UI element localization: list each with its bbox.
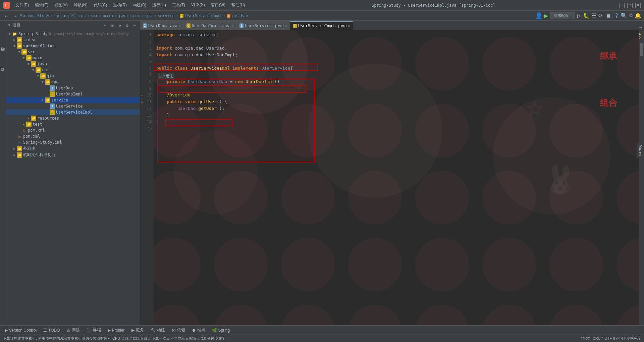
tree-item-pom-root[interactable]: m pom.xml [6,133,140,139]
tree-item-com[interactable]: ▼ 📁 com [6,67,140,73]
tree-item-module[interactable]: ▼ 📁 spring-01-ioc [6,43,140,49]
bottom-tab-build[interactable]: 🔨 构建 [148,326,168,334]
tree-item-spring-study[interactable]: ▼ 📁 Spring-Study D:\project\idea project… [6,31,140,37]
run-play-icon[interactable]: ▷ [577,12,581,19]
menu-file[interactable]: 文件(E) [13,1,32,9]
tree-item-external[interactable]: ▶ 📁 外部库 [6,145,140,152]
breadcrumb-spring-study[interactable]: Spring-Study [20,13,49,18]
tree-item-service[interactable]: ▼ 📁 service [6,97,140,103]
profile-icon[interactable]: 👤 [535,12,542,19]
run-icon[interactable]: ▶ [544,12,548,19]
tab-more-icon[interactable]: ⋯ [639,25,642,30]
tree-item-test[interactable]: ▶ 📁 test [6,121,140,127]
panel-list-icon[interactable]: ≡ [109,22,116,29]
breadcrumb-service[interactable]: service [158,13,175,18]
tree-item-src[interactable]: ▼ 📁 src [6,49,140,55]
settings-icon[interactable]: ⚙ [629,12,633,19]
bottom-tab-dependencies[interactable]: ⋈ 依赖 [169,326,188,334]
panel-sync-icon[interactable]: ⇄ [116,22,123,29]
tree-item-java[interactable]: ▼ 📁 java [6,61,140,67]
breadcrumb-method[interactable]: getUser [232,13,249,18]
panel-minimize-icon[interactable]: ─ [131,22,138,29]
panel-settings-icon[interactable]: ⚙ [124,22,130,29]
code-editor[interactable]: 1个用法 package com.qia.service; import com… [154,30,639,325]
code-line-6[interactable]: public class UserServiceImpl implements … [154,65,639,72]
code-line-12[interactable]: userDao.getUser(); [154,105,639,112]
tree-item-resources[interactable]: ▶ 📁 resources [6,115,140,121]
search-icon[interactable]: 🔍 [621,12,627,19]
close-button[interactable]: ✕ [635,3,641,8]
profile-run-icon[interactable]: ⟳ [598,12,603,19]
bottom-tab-versioncontrol[interactable]: ▶ Version Control [2,327,39,334]
bottom-tab-profiler[interactable]: ▶ Profiler [105,327,127,334]
code-line-1[interactable]: package com.qia.service; [154,31,639,38]
bottom-tab-problems[interactable]: ⚠ 问题 [64,326,83,334]
breadcrumb-main[interactable]: main [103,13,113,18]
menu-refactor[interactable]: 重构(R) [110,1,129,9]
tab-close-userdao[interactable]: × [179,24,181,27]
panel-expand-icon[interactable]: ▼ [8,23,10,27]
menu-code[interactable]: 代码(C) [91,1,110,9]
breadcrumb-class[interactable]: UserServiceImpl [185,13,221,18]
tab-userserviceimpl[interactable]: C UserServiceImpl.java × [290,21,353,30]
tree-item-main[interactable]: ▼ 📁 main [6,55,140,61]
code-line-5[interactable] [154,58,639,65]
minimize-button[interactable]: ─ [619,3,625,8]
debug-icon[interactable]: 🐛 [583,12,590,19]
coverage-icon[interactable]: ☰ [592,12,596,19]
breadcrumb-src[interactable]: src [91,13,98,18]
back-icon[interactable]: ← [3,12,10,19]
bottom-tab-services[interactable]: ▶ 服务 [129,326,147,334]
code-line-8[interactable]: private UserDao userDao = new UserDaoImp… [154,78,639,85]
tree-item-dao[interactable]: ▼ 📁 dao [6,79,140,85]
bottom-tab-terminal[interactable]: ⬛ 终端 [84,326,104,334]
menu-build[interactable]: 构建(B) [130,1,149,9]
tree-item-iml[interactable]: ≡ Spring-Study.iml [6,139,140,145]
maximize-button[interactable]: □ [627,3,633,8]
tree-item-pom-module[interactable]: m pom.xml [6,127,140,133]
tree-item-scratch[interactable]: ▶ 📁 临时文件和控制台 [6,152,140,158]
tab-close-userdaoimpl[interactable]: × [232,24,234,27]
tree-item-userservice[interactable]: I UserService [6,103,140,109]
tree-item-userdaoimpl[interactable]: C UserDaoImpl [6,91,140,97]
menu-tools[interactable]: 工具(T) [169,1,188,9]
forward-icon[interactable]: → [11,12,19,19]
tab-close-userservice[interactable]: × [285,24,287,27]
bottom-tab-spring[interactable]: 🌿 Spring [209,327,233,334]
tree-item-idea[interactable]: ▶ 📁 .idea [6,37,140,43]
code-line-15[interactable] [154,125,639,132]
panel-add-icon[interactable]: + [102,22,108,29]
code-line-2[interactable] [154,38,639,45]
code-line-3[interactable]: import com.qia.dao.UserDao; [154,45,639,52]
notifications-icon[interactable]: 🔔 [635,12,641,19]
add-config-button[interactable]: 添加配置... [550,12,575,19]
stop-icon[interactable]: ■ [607,12,610,19]
code-line-4[interactable]: import com.qia.dao.UserDaoImpl; [154,52,639,58]
tab-close-userserviceimpl[interactable]: × [348,24,350,28]
code-line-13[interactable]: } [154,112,639,119]
tab-userdaoimpl[interactable]: C UserDaoImpl.java × [184,21,237,30]
menu-edit[interactable]: 编辑(E) [32,1,51,9]
code-line-9[interactable] [154,85,639,92]
scrollbar-thumb[interactable] [640,43,643,56]
tree-item-qia[interactable]: ▼ 📁 qia [6,73,140,79]
bottom-tab-endpoints[interactable]: ⏺ 端点 [189,326,208,334]
menu-window[interactable]: 窗口(W) [208,1,228,9]
code-line-11[interactable]: public void getUser() { [154,98,639,105]
menu-help[interactable]: 帮助(H) [229,1,248,9]
code-line-7[interactable] [154,72,639,78]
menu-view[interactable]: 视图(V) [52,1,70,9]
menu-run[interactable]: 运行(U) [150,1,169,9]
tab-userservice[interactable]: I UserService.java × [237,21,290,30]
tree-item-userdao[interactable]: I UserDao [6,85,140,91]
status-encoding[interactable]: CRU⌃ UTF-8 生 4个空格完全 [593,336,641,341]
breadcrumb-com[interactable]: com [133,13,140,18]
breadcrumb-module[interactable]: spring-01-ioc [54,13,86,18]
help-icon[interactable]: ? [614,12,619,20]
breadcrumb-qia[interactable]: qia [145,13,153,18]
tab-userdao[interactable]: I UserDao.java × [140,21,184,30]
menu-navigate[interactable]: 导航(N) [71,1,90,9]
status-position[interactable]: 12:27 [581,337,590,341]
tree-item-userserviceimpl[interactable]: C UserServiceImpl [6,109,140,115]
code-line-10[interactable]: @Override [154,92,639,98]
